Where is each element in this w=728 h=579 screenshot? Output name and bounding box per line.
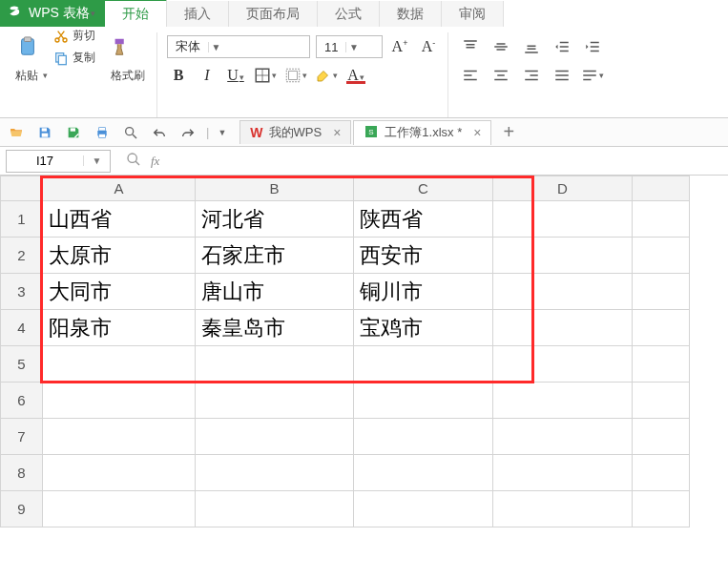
align-top-button[interactable] xyxy=(458,34,483,59)
app-menu-arrow-icon[interactable]: ▾ xyxy=(91,9,95,18)
name-box-input[interactable] xyxy=(7,154,83,168)
cell-D1[interactable] xyxy=(493,201,633,238)
chevron-down-icon[interactable]: ▼ xyxy=(83,155,110,166)
cell-B8[interactable] xyxy=(196,455,354,491)
cell-A7[interactable] xyxy=(43,419,196,455)
redo-button[interactable] xyxy=(177,122,198,143)
row-header[interactable]: 8 xyxy=(1,455,43,491)
align-middle-button[interactable] xyxy=(489,34,513,59)
save-button[interactable] xyxy=(34,122,55,143)
decrease-font-button[interactable]: A- xyxy=(417,38,440,55)
cell-A4[interactable]: 阳泉市 xyxy=(43,310,196,346)
cell-A5[interactable] xyxy=(43,346,196,383)
new-tab-button[interactable]: + xyxy=(497,121,520,143)
format-painter-button[interactable] xyxy=(105,32,137,61)
cell-C9[interactable] xyxy=(354,491,493,527)
cell-D4[interactable] xyxy=(493,310,633,346)
cell-C2[interactable]: 西安市 xyxy=(354,238,493,274)
close-icon[interactable]: × xyxy=(333,125,341,140)
row-header[interactable]: 6 xyxy=(1,383,43,419)
cell-A1[interactable]: 山西省 xyxy=(43,201,196,238)
distribute-button[interactable]: ▾ xyxy=(580,63,605,88)
decrease-indent-button[interactable] xyxy=(550,34,574,59)
fill-color-button[interactable]: ▾ xyxy=(283,63,308,88)
cell-A8[interactable] xyxy=(43,455,196,491)
italic-button[interactable]: I xyxy=(196,67,218,84)
ribbon-tab-data[interactable]: 数据 xyxy=(380,1,442,27)
paste-label[interactable]: 粘贴▾ xyxy=(11,66,52,86)
format-painter-label[interactable]: 格式刷 xyxy=(107,66,149,86)
saveas-button[interactable] xyxy=(63,122,84,143)
bold-button[interactable]: B xyxy=(167,67,190,84)
row-header[interactable]: 3 xyxy=(1,274,43,310)
cell-B2[interactable]: 石家庄市 xyxy=(196,238,354,274)
cell-B3[interactable]: 唐山市 xyxy=(196,274,354,310)
cell-D6[interactable] xyxy=(493,383,633,419)
font-size-dropdown[interactable]: 11 ▼ xyxy=(316,35,383,58)
cell[interactable] xyxy=(633,310,690,346)
row-header[interactable]: 4 xyxy=(1,310,43,346)
ribbon-tab-layout[interactable]: 页面布局 xyxy=(229,1,318,27)
col-header-B[interactable]: B xyxy=(196,176,354,201)
cell-C8[interactable] xyxy=(354,455,493,491)
print-button[interactable] xyxy=(92,122,113,143)
cell-D8[interactable] xyxy=(493,455,633,491)
cell[interactable] xyxy=(633,201,690,238)
cell[interactable] xyxy=(633,419,690,455)
fx-icon[interactable]: fx xyxy=(151,154,159,169)
underline-button[interactable]: U▾ xyxy=(224,67,247,84)
cell[interactable] xyxy=(633,491,690,527)
doc-tab-mywps[interactable]: W 我的WPS × xyxy=(239,120,351,144)
open-button[interactable] xyxy=(6,122,27,143)
font-family-dropdown[interactable]: 宋体 ▼ xyxy=(167,35,310,58)
cell-B6[interactable] xyxy=(196,383,354,419)
cell-D7[interactable] xyxy=(493,419,633,455)
cut-button[interactable]: 剪切 xyxy=(50,26,99,46)
ribbon-tab-formula[interactable]: 公式 xyxy=(318,1,380,27)
cell-B7[interactable] xyxy=(196,419,354,455)
highlight-color-button[interactable]: ▾ xyxy=(314,63,339,88)
cell-A6[interactable] xyxy=(43,383,196,419)
print-preview-button[interactable] xyxy=(120,122,141,143)
cell-B9[interactable] xyxy=(196,491,354,527)
align-bottom-button[interactable] xyxy=(519,34,544,59)
row-header[interactable]: 1 xyxy=(1,201,43,238)
cell[interactable] xyxy=(633,238,690,274)
row-header[interactable]: 5 xyxy=(1,346,43,383)
cell-B4[interactable]: 秦皇岛市 xyxy=(196,310,354,346)
col-header-D[interactable]: D xyxy=(493,176,633,201)
col-header-extra[interactable] xyxy=(633,176,690,201)
ribbon-tab-start[interactable]: 开始 xyxy=(105,0,167,27)
paste-button[interactable] xyxy=(11,32,44,61)
cell-C4[interactable]: 宝鸡市 xyxy=(354,310,493,346)
doc-tab-workbook[interactable]: S 工作簿1.xlsx * × xyxy=(353,120,491,145)
border-button[interactable]: ▾ xyxy=(253,63,278,88)
cell-C3[interactable]: 铜川市 xyxy=(354,274,493,310)
select-all-corner[interactable] xyxy=(1,176,43,201)
col-header-A[interactable]: A xyxy=(43,176,196,201)
increase-font-button[interactable]: A+ xyxy=(388,38,411,55)
spreadsheet-grid[interactable]: A B C D 1 山西省 河北省 陕西省 2 太原市 石家庄市 西安市 3 大… xyxy=(0,176,728,527)
undo-button[interactable] xyxy=(149,122,170,143)
name-box[interactable]: ▼ xyxy=(6,150,111,173)
row-header[interactable]: 7 xyxy=(1,419,43,455)
justify-button[interactable] xyxy=(550,63,574,88)
formula-input[interactable] xyxy=(169,150,728,173)
font-color-button[interactable]: A▾ xyxy=(344,67,367,84)
cell-A3[interactable]: 大同市 xyxy=(43,274,196,310)
cell-C1[interactable]: 陕西省 xyxy=(354,201,493,238)
cell-C5[interactable] xyxy=(354,346,493,383)
row-header[interactable]: 9 xyxy=(1,491,43,527)
ribbon-tab-review[interactable]: 审阅 xyxy=(442,1,504,27)
align-left-button[interactable] xyxy=(458,63,483,88)
cell-D9[interactable] xyxy=(493,491,633,527)
cell[interactable] xyxy=(633,346,690,383)
row-header[interactable]: 2 xyxy=(1,238,43,274)
cell[interactable] xyxy=(633,383,690,419)
cell-C7[interactable] xyxy=(354,419,493,455)
cell-D2[interactable] xyxy=(493,238,633,274)
cell-C6[interactable] xyxy=(354,383,493,419)
cell-B1[interactable]: 河北省 xyxy=(196,201,354,238)
align-center-button[interactable] xyxy=(489,63,513,88)
cell-A2[interactable]: 太原市 xyxy=(43,238,196,274)
